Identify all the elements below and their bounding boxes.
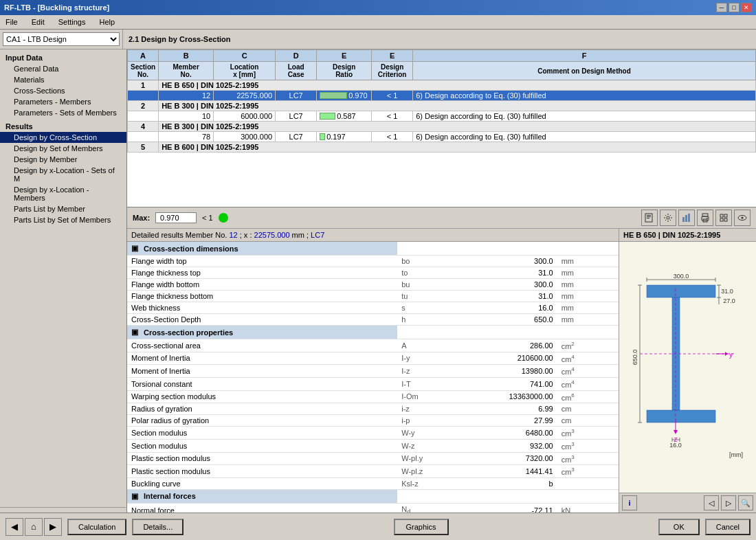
table-header-letters: A B C D E E F [128, 50, 756, 62]
maximize-button[interactable]: □ [729, 3, 740, 12]
section-header-dimensions: ▣Cross-section dimensions [127, 242, 619, 256]
detail-table-container[interactable]: ▣Cross-section dimensions Flange width t… [127, 242, 619, 513]
svg-rect-1 [647, 215, 651, 216]
col-comment-header: Comment on Design Method [413, 62, 756, 80]
svg-rect-2 [647, 216, 651, 217]
toolbar-btn-3[interactable] [678, 210, 695, 226]
toolbar-btn-1[interactable] [641, 210, 658, 226]
detail-row: Cross-sectional area A 286.00 cm2 [127, 339, 619, 352]
diagram-zoom[interactable]: 🔍 [738, 495, 753, 510]
load-case-value: LC7 [276, 91, 317, 101]
empty-cell [128, 111, 159, 122]
location-10: 6000.000 [214, 111, 276, 122]
svg-rect-19 [647, 285, 715, 297]
nav-prev-button[interactable]: ◀ [5, 518, 23, 536]
nav-next-button[interactable]: ▶ [44, 518, 62, 536]
svg-rect-21 [647, 410, 715, 423]
detail-table: ▣Cross-section dimensions Flange width t… [127, 242, 619, 513]
table-row: 2 HE B 300 | DIN 1025-2:1995 [128, 101, 756, 111]
col-location-header: Locationx [mm] [214, 62, 276, 80]
close-button[interactable]: ✕ [741, 3, 752, 12]
table-row: 4 HE B 300 | DIN 1025-2:1995 [128, 122, 756, 132]
location-78: 3000.000 [214, 132, 276, 142]
window-title: RF-LTB - [Buckling structure] [4, 3, 109, 12]
menu-file[interactable]: File [3, 16, 21, 27]
section-name-cell: HE B 650 | DIN 1025-2:1995 [159, 80, 756, 91]
cancel-button[interactable]: Cancel [705, 519, 751, 535]
cross-section-svg: 300.0 31.0 27.0 [633, 271, 743, 464]
nav-home-button[interactable]: ⌂ [25, 518, 43, 536]
col-header-f: F [413, 50, 756, 62]
compare-78: < 1 [372, 132, 413, 142]
detail-row: Plastic section modulus W-pl.y 7320.00 c… [127, 452, 619, 465]
diagram-nav-right[interactable]: ▷ [721, 495, 736, 510]
sidebar-item-parameters-sets[interactable]: Parameters - Sets of Members [0, 107, 126, 118]
section-name-2: HE B 300 | DIN 1025-2:1995 [159, 101, 756, 111]
ratio-10: 0.587 [317, 111, 372, 122]
menu-help[interactable]: Help [96, 16, 118, 27]
empty-cell-4 [128, 132, 159, 142]
svg-text:300.0: 300.0 [673, 273, 689, 280]
col-header-e: E [317, 50, 372, 62]
details-button[interactable]: Details... [132, 519, 184, 535]
sidebar-item-design-x-sets[interactable]: Design by x-Location - Sets of M [0, 165, 126, 184]
svg-rect-3 [647, 218, 649, 218]
location-value: 22575.000 [214, 91, 276, 101]
section-no-cell: 1 [128, 80, 159, 91]
content-area: A B C D E E F SectionNo. MemberNo. Locat… [127, 49, 756, 513]
sidebar-item-cross-sections[interactable]: Cross-Sections [0, 85, 126, 96]
sidebar-item-parameters-members[interactable]: Parameters - Members [0, 96, 126, 107]
sidebar-item-general-data[interactable]: General Data [0, 63, 126, 74]
col-header-d: D [276, 50, 317, 62]
sidebar-item-design-member[interactable]: Design by Member [0, 154, 126, 165]
table-data-row-1[interactable]: 12 22575.000 LC7 0.970 < 1 6) Design acc… [128, 91, 756, 101]
member-no-cell [128, 91, 159, 101]
section-header-forces: ▣Internal forces [127, 489, 619, 503]
top-bar: CA1 - LTB Design 2.1 Design by Cross-Sec… [0, 30, 756, 49]
toolbar-btn-4[interactable] [697, 210, 713, 226]
sidebar-item-design-x-members[interactable]: Design by x-Location - Members [0, 184, 126, 203]
toolbar-btn-view[interactable] [734, 210, 751, 226]
svg-text:27.0: 27.0 [723, 297, 735, 304]
info-button[interactable]: i [622, 495, 637, 510]
diagram-nav-left[interactable]: ◁ [704, 495, 719, 510]
detail-row: Torsional constant I-T 741.00 cm4 [127, 377, 619, 390]
col-section-no-header: SectionNo. [128, 62, 159, 80]
svg-text:31.0: 31.0 [721, 288, 733, 295]
svg-rect-8 [702, 214, 708, 216]
svg-point-4 [667, 216, 669, 219]
detail-row: Radius of gyration i-z 6.99 cm [127, 403, 619, 415]
sidebar-item-design-set-members[interactable]: Design by Set of Members [0, 143, 126, 154]
col-header-section: A [128, 50, 159, 62]
toolbar-btn-2[interactable] [660, 210, 676, 226]
sidebar-item-parts-list-member[interactable]: Parts List by Member [0, 203, 126, 214]
svg-text:650.0: 650.0 [633, 349, 638, 365]
menu-settings[interactable]: Settings [56, 16, 89, 27]
results-label: Results [0, 121, 126, 132]
title-bar: RF-LTB - [Buckling structure] ─ □ ✕ [0, 0, 756, 15]
table-data-row-4[interactable]: 78 3000.000 LC7 0.197 < 1 6) Design acco… [128, 132, 756, 142]
detail-header: Detailed results Member No. 12 ; x : 225… [127, 229, 619, 242]
col-design-ratio-header: DesignRatio [317, 62, 372, 80]
detail-row: Buckling curve Ksl-z b [127, 477, 619, 489]
ca-selector-area: CA1 - LTB Design [0, 30, 123, 49]
menu-edit[interactable]: Edit [29, 16, 47, 27]
section-title: 2.1 Design by Cross-Section [123, 32, 236, 46]
graphics-button[interactable]: Graphics [394, 519, 449, 535]
sidebar-item-materials[interactable]: Materials [0, 74, 126, 85]
table-data-row-2[interactable]: 10 6000.000 LC7 0.587 < 1 6) Design acco… [128, 111, 756, 122]
sidebar-item-parts-list-sets[interactable]: Parts List by Set of Members [0, 214, 126, 225]
menu-bar: File Edit Settings Help [0, 15, 756, 30]
bottom-nav-icons: ◀ ⌂ ▶ [5, 518, 62, 536]
ca-selector[interactable]: CA1 - LTB Design [3, 32, 120, 46]
ok-button[interactable]: OK [658, 519, 700, 535]
compare-10: < 1 [372, 111, 413, 122]
max-value-input[interactable] [155, 212, 197, 223]
minimize-button[interactable]: ─ [716, 3, 727, 12]
bottom-bar: ◀ ⌂ ▶ Calculation Details... Graphics OK… [0, 513, 756, 540]
calculation-button[interactable]: Calculation [67, 519, 126, 535]
svg-text:[mm]: [mm] [729, 451, 743, 458]
toolbar-btn-5[interactable] [715, 210, 732, 226]
section-header-properties: ▣Cross-section properties [127, 326, 619, 339]
sidebar-item-design-cross-section[interactable]: Design by Cross-Section [0, 132, 126, 143]
